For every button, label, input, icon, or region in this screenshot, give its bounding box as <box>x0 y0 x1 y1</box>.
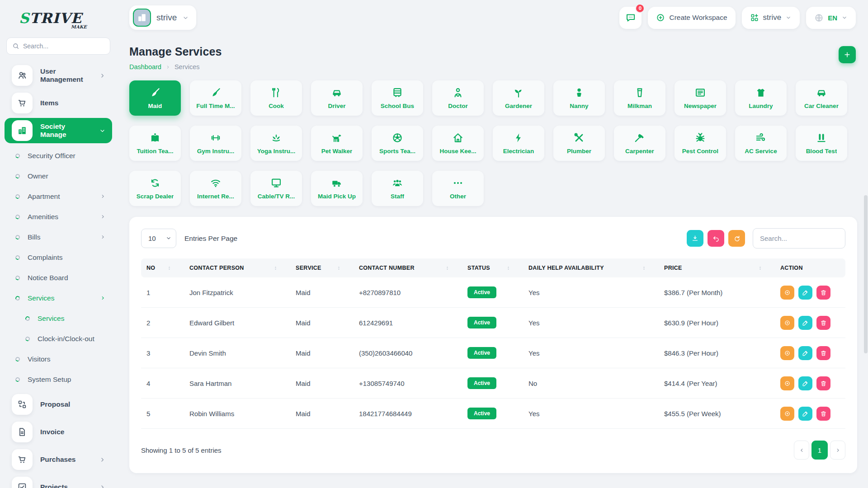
service-tile-internet-re[interactable]: Internet Re... <box>190 171 241 206</box>
sidebar-item-notice-board[interactable]: Notice Board <box>0 267 117 288</box>
service-tile-blood-test[interactable]: Blood Test <box>796 126 847 161</box>
add-service-button[interactable] <box>839 46 856 63</box>
view-button[interactable] <box>780 346 794 360</box>
sort-icon[interactable] <box>505 265 511 271</box>
service-tile-scrap-dealer[interactable]: Scrap Dealer <box>129 171 181 206</box>
service-tile-doctor[interactable]: Doctor <box>432 80 484 116</box>
sidebar-item-user-management[interactable]: User Management <box>5 63 112 88</box>
sidebar-search-input[interactable] <box>23 42 95 50</box>
sort-icon[interactable] <box>444 265 450 271</box>
service-tile-staff[interactable]: Staff <box>372 171 423 206</box>
edit-button[interactable] <box>798 316 812 330</box>
dog-icon <box>331 132 343 144</box>
sidebar-item-owner[interactable]: Owner <box>0 166 117 186</box>
sidebar-item-system-setup[interactable]: System Setup <box>0 369 117 389</box>
service-tile-cable-tv-r[interactable]: Cable/TV R... <box>250 171 302 206</box>
sort-icon[interactable] <box>336 265 342 271</box>
language-selector[interactable]: EN <box>806 7 856 29</box>
service-tile-nanny[interactable]: Nanny <box>553 80 605 116</box>
sidebar-item-bills[interactable]: Bills <box>0 227 117 247</box>
pagination-prev-button[interactable] <box>794 441 809 460</box>
service-tile-cook[interactable]: Cook <box>250 80 302 116</box>
workspace-chip[interactable]: strive <box>129 5 196 30</box>
service-tile-newspaper[interactable]: Newspaper <box>675 80 726 116</box>
service-tile-maid-pick-up[interactable]: Maid Pick Up <box>311 171 363 206</box>
pagination-page-1[interactable]: 1 <box>811 441 828 460</box>
service-tile-yoga-instru[interactable]: Yoga Instru... <box>250 126 302 161</box>
sort-icon[interactable] <box>166 265 172 271</box>
column-header-price[interactable]: PRICE <box>659 258 775 277</box>
service-tile-house-kee[interactable]: House Kee... <box>432 126 484 161</box>
service-tile-driver[interactable]: Driver <box>311 80 363 116</box>
view-button[interactable] <box>780 407 794 421</box>
service-tile-gym-instru[interactable]: Gym Instru... <box>190 126 241 161</box>
service-tile-laundry[interactable]: Laundry <box>735 80 787 116</box>
table-search-input[interactable] <box>753 228 845 249</box>
sidebar-item-visitors[interactable]: Visitors <box>0 349 117 369</box>
edit-button[interactable] <box>798 407 812 421</box>
service-tile-car-cleaner[interactable]: Car Cleaner <box>796 80 847 116</box>
sidebar-item-apartment[interactable]: Apartment <box>0 186 117 206</box>
sort-icon[interactable] <box>273 265 278 271</box>
sidebar-item-purchases[interactable]: Purchases <box>5 447 112 472</box>
sort-icon[interactable] <box>641 265 647 271</box>
column-header-contact-person[interactable]: CONTACT PERSON <box>184 258 290 277</box>
column-header-service[interactable]: SERVICE <box>290 258 354 277</box>
service-tile-label: Blood Test <box>806 148 837 155</box>
column-header-status[interactable]: STATUS <box>462 258 523 277</box>
service-tile-full-time-m[interactable]: Full Time M... <box>190 80 241 116</box>
app-logo[interactable]: STRIVE MAKE <box>19 10 87 29</box>
sidebar-item-proposal[interactable]: Proposal <box>5 392 112 417</box>
service-tile-pest-control[interactable]: Pest Control <box>675 126 726 161</box>
view-button[interactable] <box>780 376 794 390</box>
service-tile-plumber[interactable]: Plumber <box>553 126 605 161</box>
edit-button[interactable] <box>798 346 812 360</box>
sidebar-item-security-officer[interactable]: Security Officer <box>0 145 117 166</box>
sidebar-item-services[interactable]: Services <box>0 308 117 328</box>
delete-button[interactable] <box>816 286 830 300</box>
window-scrollbar-thumb[interactable] <box>864 195 868 353</box>
service-tile-maid[interactable]: Maid <box>129 80 181 116</box>
delete-button[interactable] <box>816 316 830 330</box>
service-tile-school-bus[interactable]: School Bus <box>372 80 423 116</box>
column-header-daily-help-availability[interactable]: DAILY HELP AVAILABILITY <box>523 258 659 277</box>
service-tile-other[interactable]: Other <box>432 171 484 206</box>
service-tile-sports-tea[interactable]: Sports Tea... <box>372 126 423 161</box>
export-button[interactable] <box>687 230 703 247</box>
create-workspace-button[interactable]: Create Workspace <box>648 7 735 29</box>
breadcrumb-dashboard-link[interactable]: Dashboard <box>129 63 161 70</box>
service-tile-carpenter[interactable]: Carpenter <box>614 126 665 161</box>
sidebar-item-services[interactable]: Services <box>0 288 117 308</box>
pagination-next-button[interactable] <box>830 441 845 460</box>
edit-button[interactable] <box>798 376 812 390</box>
chat-button[interactable]: 0 <box>619 7 642 29</box>
column-header-contact-number[interactable]: CONTACT NUMBER <box>354 258 462 277</box>
service-tile-electrician[interactable]: Electrician <box>493 126 544 161</box>
sidebar-item-society-manage[interactable]: Society Manage <box>5 118 112 143</box>
column-header-no[interactable]: NO <box>141 258 184 277</box>
service-tile-tuition-tea[interactable]: Tuition Tea... <box>129 126 181 161</box>
sidebar-item-projects[interactable]: Projects <box>5 474 112 488</box>
undo-button[interactable] <box>708 230 724 247</box>
breadcrumb: Dashboard Services <box>129 63 222 70</box>
workspace-switcher[interactable]: strive <box>742 7 800 29</box>
sidebar-item-complaints[interactable]: Complaints <box>0 247 117 267</box>
edit-button[interactable] <box>798 286 812 300</box>
service-tile-pet-walker[interactable]: Pet Walker <box>311 126 363 161</box>
sidebar-item-invoice[interactable]: Invoice <box>5 419 112 445</box>
view-button[interactable] <box>780 286 794 300</box>
delete-button[interactable] <box>816 346 830 360</box>
sidebar-item-clock-in-clock-out[interactable]: Clock-in/Clock-out <box>0 328 117 349</box>
sort-icon[interactable] <box>757 265 763 271</box>
entries-per-page-select[interactable]: 10 <box>141 229 176 248</box>
service-tile-ac-service[interactable]: AC Service <box>735 126 787 161</box>
column-header-label: NO <box>146 265 155 271</box>
delete-button[interactable] <box>816 407 830 421</box>
view-button[interactable] <box>780 316 794 330</box>
service-tile-gardener[interactable]: Gardener <box>493 80 544 116</box>
sidebar-item-items[interactable]: Items <box>5 90 112 116</box>
service-tile-milkman[interactable]: Milkman <box>614 80 665 116</box>
delete-button[interactable] <box>816 376 830 390</box>
refresh-button[interactable] <box>728 230 745 247</box>
sidebar-item-amenities[interactable]: Amenities <box>0 206 117 227</box>
